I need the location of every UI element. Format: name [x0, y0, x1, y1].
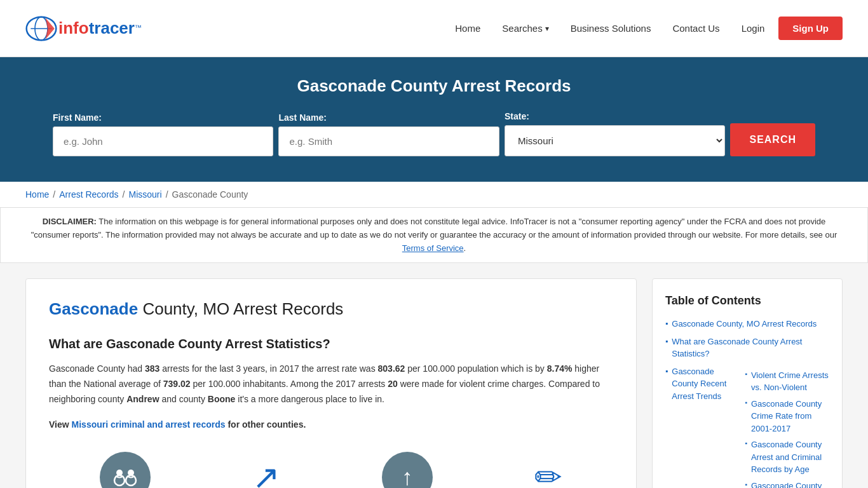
disclaimer-label: DISCLAIMER: [43, 217, 97, 226]
state-group: State: AlabamaAlaskaArizonaArkansasCalif… [505, 111, 725, 156]
toc-list-item: Gasconade County Recent Arrest TrendsVio… [665, 365, 829, 488]
toc-sublist-link[interactable]: Gasconade County Crime Rate from 2001-20… [751, 398, 829, 435]
disclaimer-suffix: . [464, 243, 466, 253]
toc-sublist-link[interactable]: Gasconade County Arrest and Criminal Rec… [751, 438, 829, 476]
pencil-icon: ✏ [534, 461, 562, 488]
toc-sublist-link[interactable]: Gasconade County Crime Rate by Age Group… [751, 480, 829, 488]
chevron-down-icon: ▾ [545, 24, 549, 33]
logo-text: infotracer™ [58, 18, 142, 38]
disclaimer: DISCLAIMER: The information on this webp… [0, 208, 868, 263]
hero-section: Gasconade County Arrest Records First Na… [0, 57, 868, 182]
firstname-label: First Name: [53, 112, 273, 123]
andrew-county: Andrew [126, 394, 159, 404]
nav-searches[interactable]: Searches ▾ [494, 18, 556, 39]
toc-list-item: Gasconade County, MO Arrest Records [665, 318, 829, 330]
svg-point-7 [116, 470, 123, 476]
content-title-highlight: Gasconade [49, 299, 138, 318]
arrest-rate: 803.62 [378, 363, 405, 374]
state-select[interactable]: AlabamaAlaskaArizonaArkansasCaliforniaCo… [505, 125, 725, 156]
main-nav: Home Searches ▾ Business Solutions Conta… [447, 17, 843, 40]
lastname-input[interactable] [278, 126, 499, 156]
toc-sublist-item: Violent Crime Arrests vs. Non-Violent [745, 369, 829, 394]
people-icon [100, 452, 151, 488]
nav-business-solutions[interactable]: Business Solutions [563, 18, 659, 39]
boone-county: Boone [208, 394, 236, 404]
national-average: 739.02 [163, 379, 191, 389]
content-subtitle: What are Gasconade County Arrest Statist… [49, 337, 613, 351]
toc-link[interactable]: Gasconade County Recent Arrest Trends [672, 365, 732, 403]
breadcrumb-missouri[interactable]: Missouri [129, 189, 162, 200]
nav-login[interactable]: Login [734, 18, 773, 39]
toc-link[interactable]: What are Gasconade County Arrest Statist… [672, 336, 829, 360]
lastname-label: Last Name: [278, 112, 499, 123]
toc-sublist-link[interactable]: Violent Crime Arrests vs. Non-Violent [751, 369, 829, 394]
breadcrumb: Home / Arrest Records / Missouri / Gasco… [25, 189, 843, 200]
up-arrow-gray-icon: ↑ [382, 452, 433, 488]
hero-title: Gasconade County Arrest Records [25, 76, 843, 96]
content-title-rest: County, MO Arrest Records [138, 299, 343, 318]
disclaimer-text: The information on this webpage is for g… [31, 217, 837, 240]
toc-sublist-item: Gasconade County Crime Rate by Age Group… [745, 480, 829, 488]
site-header: infotracer™ Home Searches ▾ Business Sol… [0, 0, 868, 57]
content-paragraph-1: Gasconade County had 383 arrests for the… [49, 362, 613, 407]
toc-sublist-item: Gasconade County Crime Rate from 2001-20… [745, 398, 829, 435]
breadcrumb-sep-1: / [53, 189, 55, 200]
arrests-count: 383 [145, 363, 159, 374]
content-main-title: Gasconade County, MO Arrest Records [49, 299, 613, 319]
search-button[interactable]: SEARCH [730, 123, 815, 156]
breadcrumb-sep-3: / [166, 189, 168, 200]
lastname-group: Last Name: [278, 112, 499, 156]
toc-sublist-item: Gasconade County Arrest and Criminal Rec… [745, 438, 829, 476]
nav-signup-button[interactable]: Sign Up [778, 17, 843, 40]
breadcrumb-sep-2: / [123, 189, 125, 200]
firstname-group: First Name: [53, 112, 273, 156]
main-content: Gasconade County, MO Arrest Records What… [0, 263, 868, 488]
sidebar: Table of Contents Gasconade County, MO A… [652, 278, 843, 488]
toc-link[interactable]: Gasconade County, MO Arrest Records [672, 318, 817, 330]
violent-count: 20 [388, 379, 398, 389]
toc-title: Table of Contents [665, 294, 829, 308]
nav-home[interactable]: Home [447, 18, 488, 39]
icons-row: ↗ ↑ ✏ [49, 445, 613, 488]
search-form: First Name: Last Name: State: AlabamaAla… [53, 111, 815, 156]
breadcrumb-bar: Home / Arrest Records / Missouri / Gasco… [0, 182, 868, 208]
toc-list-item: What are Gasconade County Arrest Statist… [665, 336, 829, 360]
logo-icon [25, 13, 57, 44]
firstname-input[interactable] [53, 126, 273, 156]
arrow-up-icon: ↗ [252, 461, 280, 488]
breadcrumb-current: Gasconade County [172, 189, 248, 200]
nav-contact-us[interactable]: Contact Us [665, 18, 727, 39]
breadcrumb-arrest-records[interactable]: Arrest Records [59, 189, 118, 200]
state-label: State: [505, 111, 725, 121]
toc-list: Gasconade County, MO Arrest RecordsWhat … [665, 318, 829, 488]
disclaimer-tos-link[interactable]: Terms of Service [402, 243, 464, 253]
svg-point-8 [128, 470, 134, 476]
arrest-percent: 8.74% [547, 363, 573, 374]
content-paragraph-2: View Missouri criminal and arrest record… [49, 417, 613, 433]
breadcrumb-home[interactable]: Home [25, 189, 49, 200]
logo[interactable]: infotracer™ [25, 13, 142, 44]
missouri-records-link[interactable]: Missouri criminal and arrest records [72, 419, 226, 430]
content-area: Gasconade County, MO Arrest Records What… [25, 278, 637, 488]
